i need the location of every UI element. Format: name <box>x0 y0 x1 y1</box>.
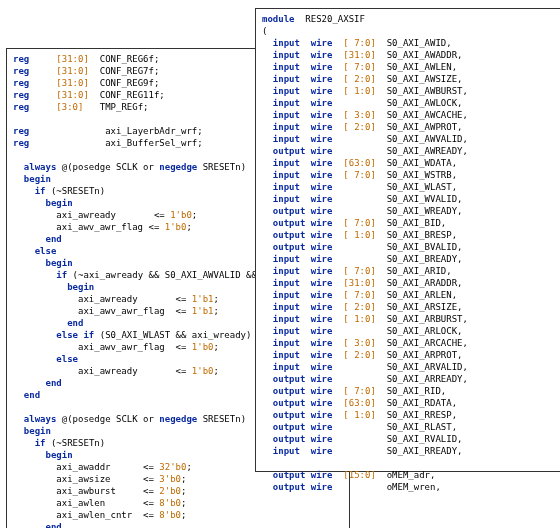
port-list: input wire [ 7:0] S0_AXI_AWID, input wir… <box>262 37 558 457</box>
keyword-module: module <box>262 14 295 24</box>
port-list-2: output wire [15:0] oMEM_adr, output wire… <box>262 469 558 493</box>
paren-open: ( <box>262 25 558 37</box>
code-panel-right: module RES20_AXSIF ( input wire [ 7:0] S… <box>255 8 560 472</box>
module-name: RES20_AXSIF <box>295 14 365 24</box>
